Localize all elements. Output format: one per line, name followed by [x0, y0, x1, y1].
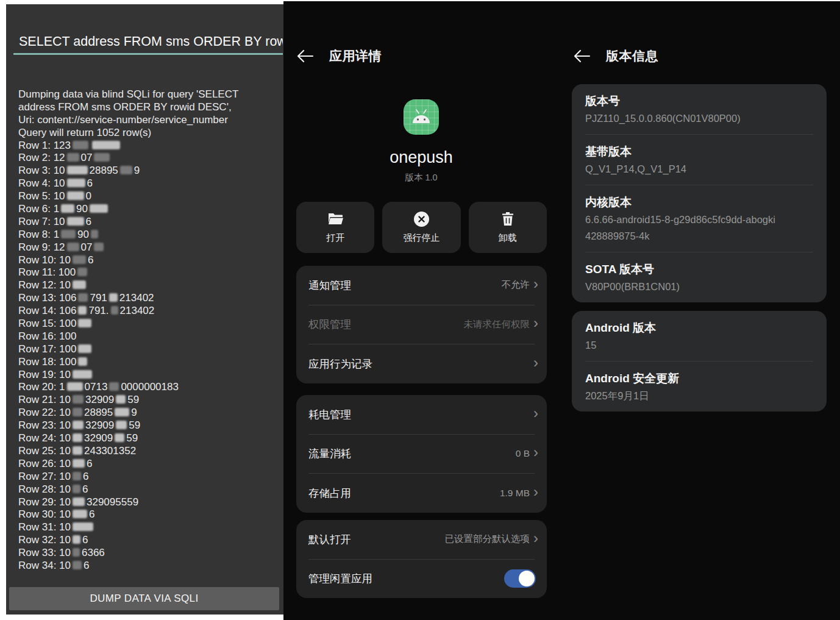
action-button-卸载[interactable]: 卸载: [469, 202, 547, 253]
sql-row-text: Row 22: 10: [18, 407, 71, 418]
sql-result-row: Row 7: 106: [18, 216, 281, 229]
version-info-screen: 版本信息 版本号PJZ110_15.0.0.860(CN01V80P00)基带版…: [559, 1, 840, 620]
sql-row-text: Row 33: 10: [18, 547, 71, 558]
settings-row-value: 已设置部分默认选项: [445, 533, 530, 546]
sql-row-text: 28895: [90, 165, 118, 176]
settings-row-value: 未请求任何权限: [464, 318, 530, 331]
sql-row-text: 07: [81, 241, 93, 253]
sql-result-row: Row 32: 106: [18, 534, 281, 547]
settings-row[interactable]: 权限管理未请求任何权限›: [296, 305, 547, 344]
sql-row-text: Row 32: 10: [18, 534, 71, 546]
version-row-value: 2025年9月1日: [585, 388, 813, 404]
sql-row-text: Row 12: 10: [18, 279, 71, 291]
sql-row-text: 791: [90, 292, 107, 304]
sql-result-row: Row 28: 106: [18, 483, 281, 496]
chevron-right-icon: ›: [533, 485, 538, 499]
settings-row-label: 管理闲置应用: [308, 571, 504, 586]
redacted-value: [109, 293, 118, 302]
chevron-right-icon: ›: [533, 531, 538, 546]
action-button-打开[interactable]: 打开: [296, 202, 374, 253]
settings-row-label: 流量消耗: [308, 446, 516, 461]
redacted-value: [116, 395, 126, 404]
android-robot-icon: [409, 108, 433, 126]
settings-row[interactable]: 耗电管理›: [296, 395, 547, 434]
version-row-label: SOTA 版本号: [585, 260, 813, 279]
redacted-value: [73, 255, 86, 264]
version-card: Android 版本15Android 安全更新2025年9月1日: [572, 311, 827, 412]
folder-icon: [327, 211, 344, 227]
sql-result-row: Row 18: 100: [18, 356, 281, 369]
action-button-label: 卸载: [499, 232, 517, 244]
log-line: address FROM sms ORDER BY rowid DESC',: [18, 101, 281, 114]
redacted-value: [73, 472, 81, 480]
redacted-value: [67, 166, 88, 174]
sql-row-text: Row 15: 100: [18, 318, 76, 329]
toggle-knob: [519, 571, 535, 586]
sql-result-row: Row 14: 106791.213402: [18, 305, 281, 318]
app-version: 版本 1.0: [283, 172, 559, 184]
back-icon[interactable]: [296, 47, 315, 65]
sqli-row-list: Row 1: 123Row 2: 1207Row 3: 10288959Row …: [18, 140, 281, 572]
log-line: Query will return 1052 row(s): [18, 127, 281, 140]
idle-apps-toggle[interactable]: [504, 569, 536, 588]
android-screens: 应用详情 onepush 版本 1.0 打开强行停止卸载 通知管理不允许›权限管…: [283, 1, 840, 620]
settings-row[interactable]: 管理闲置应用: [296, 560, 547, 599]
sql-row-text: Row 3: 10: [18, 165, 65, 176]
stop-circle-icon: [414, 211, 429, 227]
query-input[interactable]: SELECT address FROM sms ORDER BY rowid D…: [13, 32, 283, 55]
app-name: onepush: [283, 148, 559, 167]
action-button-强行停止[interactable]: 强行停止: [382, 202, 460, 253]
redacted-value: [73, 459, 85, 468]
settings-row[interactable]: 默认打开已设置部分默认选项›: [296, 520, 547, 559]
redacted-value: [67, 243, 79, 251]
settings-row-label: 应用行为记录: [308, 357, 532, 371]
dump-data-button[interactable]: DUMP DATA VIA SQLI: [9, 587, 279, 610]
settings-row-label: 存储占用: [308, 486, 500, 501]
log-line: Uri: content://service-number/service_nu…: [18, 114, 281, 127]
sql-row-text: 6: [87, 458, 92, 469]
redacted-value: [73, 510, 87, 518]
sql-row-text: 0000000183: [121, 381, 179, 393]
redacted-value: [78, 293, 88, 302]
sql-result-row: Row 23: 103290959: [18, 419, 281, 432]
sql-result-row: Row 4: 106: [18, 177, 281, 190]
settings-row[interactable]: 流量消耗0 B›: [296, 435, 547, 474]
sql-row-text: Row 30: 10: [18, 508, 71, 520]
redacted-value: [78, 319, 91, 327]
sql-row-text: 6: [89, 508, 94, 520]
redacted-value: [73, 548, 80, 557]
settings-row[interactable]: 存储占用1.9 MB›: [296, 474, 547, 513]
redacted-value: [73, 561, 82, 569]
redacted-value: [91, 230, 98, 238]
redacted-value: [61, 204, 74, 213]
settings-row[interactable]: 应用行为记录›: [296, 344, 547, 383]
redacted-value: [61, 230, 76, 238]
sql-result-row: Row 24: 103290959: [18, 432, 281, 445]
sql-row-text: Row 23: 10: [18, 419, 71, 431]
sql-row-text: Row 28: 10: [18, 483, 71, 495]
screenshot-root: SELECT address FROM sms ORDER BY rowid D…: [0, 0, 840, 620]
app-details-screen: 应用详情 onepush 版本 1.0 打开强行停止卸载 通知管理不允许›权限管…: [283, 1, 559, 620]
action-button-label: 打开: [326, 232, 344, 244]
version-row-label: Android 安全更新: [585, 369, 813, 388]
version-row: 基带版本Q_V1_P14,Q_V1_P14: [572, 135, 827, 185]
chevron-right-icon: ›: [533, 355, 538, 370]
chevron-right-icon: ›: [533, 316, 538, 330]
sql-row-text: Row 24: 10: [18, 432, 71, 444]
settings-row-label: 权限管理: [308, 317, 464, 332]
sql-result-row: Row 27: 106: [18, 471, 281, 483]
sql-row-text: 329095559: [87, 496, 138, 508]
redacted-value: [73, 395, 84, 404]
sql-row-text: Row 11: 100: [18, 266, 76, 278]
settings-row[interactable]: 通知管理不允许›: [296, 266, 547, 305]
action-button-label: 强行停止: [403, 232, 440, 244]
chevron-right-icon: ›: [533, 445, 538, 460]
sql-result-row: Row 33: 106366: [18, 547, 281, 560]
sql-result-row: Row 12: 10: [18, 279, 281, 292]
back-icon[interactable]: [573, 47, 591, 65]
redacted-value: [90, 204, 108, 213]
redacted-value: [67, 217, 84, 226]
sql-result-row: Row 5: 100: [18, 190, 281, 203]
sql-result-row: Row 30: 106: [18, 508, 281, 521]
redacted-value: [120, 166, 132, 174]
